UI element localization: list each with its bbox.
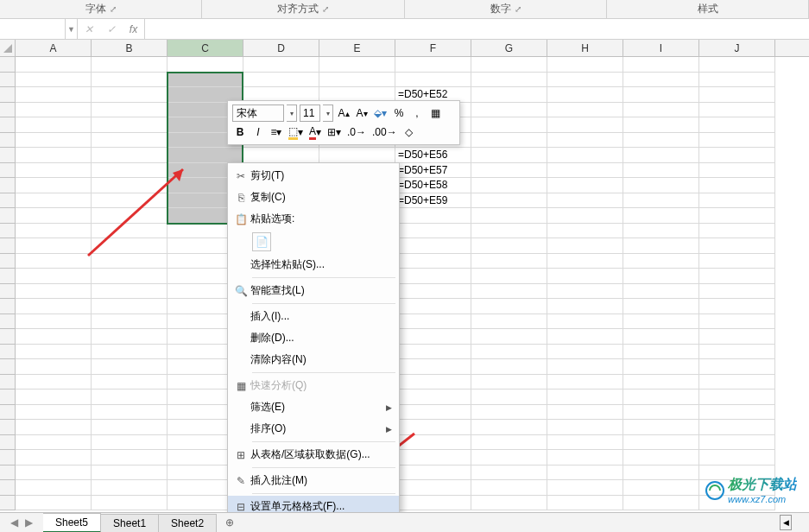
col-header-e[interactable]: E [319, 40, 395, 56]
cell[interactable] [16, 238, 92, 254]
cell[interactable] [623, 193, 699, 209]
clear-format-icon[interactable]: ◇ [401, 124, 417, 141]
row-header[interactable] [0, 87, 16, 103]
cell[interactable] [92, 314, 167, 330]
row-header[interactable] [0, 178, 16, 193]
cell[interactable] [623, 405, 699, 421]
cell[interactable] [92, 375, 167, 390]
row-header[interactable] [0, 238, 16, 254]
cell[interactable] [395, 299, 471, 314]
comma-style-icon[interactable]: , [409, 104, 425, 122]
col-header-j[interactable]: J [699, 40, 775, 56]
row-header[interactable] [0, 103, 16, 118]
cell[interactable] [623, 254, 699, 269]
row-header[interactable] [0, 450, 16, 466]
cell[interactable] [547, 466, 623, 481]
cell[interactable] [623, 57, 699, 73]
cell[interactable] [167, 73, 243, 88]
cell[interactable] [547, 178, 623, 193]
cell[interactable] [395, 329, 471, 345]
font-size-dropdown-icon[interactable]: ▾ [323, 104, 333, 122]
cell[interactable] [699, 193, 775, 209]
dialog-launcher-icon[interactable]: ⤢ [322, 4, 329, 14]
cell[interactable] [395, 450, 471, 466]
cell[interactable] [16, 178, 92, 193]
cell[interactable] [167, 148, 243, 163]
menu-copy[interactable]: ⎘ 复制(C) [228, 187, 399, 208]
decrease-font-icon[interactable]: A▾ [354, 104, 370, 122]
cell[interactable] [471, 329, 547, 345]
cell[interactable] [547, 87, 623, 103]
cell[interactable] [92, 133, 167, 149]
cell[interactable] [547, 57, 623, 73]
cell[interactable] [547, 224, 623, 239]
cell[interactable] [92, 148, 167, 163]
cell[interactable] [395, 496, 471, 511]
cell[interactable] [92, 466, 167, 481]
col-header-f[interactable]: F [395, 40, 471, 56]
cell[interactable] [699, 133, 775, 149]
cell[interactable] [699, 420, 775, 435]
cell[interactable] [92, 284, 167, 300]
menu-smart-lookup[interactable]: 🔍 智能查找(L) [228, 280, 399, 301]
scroll-marker-icon[interactable]: ◀ [780, 515, 792, 530]
col-header-h[interactable]: H [547, 40, 623, 56]
cell[interactable] [471, 163, 547, 179]
cell[interactable] [92, 224, 167, 239]
cell[interactable] [623, 238, 699, 254]
cell[interactable] [16, 133, 92, 149]
cell[interactable] [699, 299, 775, 314]
cell[interactable] [547, 133, 623, 149]
row-header[interactable] [0, 148, 16, 163]
cell[interactable] [547, 103, 623, 118]
percent-icon[interactable]: % [391, 104, 407, 122]
cell[interactable] [547, 450, 623, 466]
cell[interactable] [92, 480, 167, 496]
cell[interactable] [623, 87, 699, 103]
cell[interactable] [623, 375, 699, 390]
cell[interactable] [699, 450, 775, 466]
cell[interactable] [547, 390, 623, 405]
cell[interactable] [623, 178, 699, 193]
cell[interactable] [547, 238, 623, 254]
cell[interactable] [92, 254, 167, 269]
cell[interactable] [471, 178, 547, 193]
cell[interactable] [471, 375, 547, 390]
accounting-format-icon[interactable]: ⬙▾ [372, 104, 389, 122]
row-header[interactable] [0, 254, 16, 269]
cell[interactable] [471, 103, 547, 118]
menu-sort[interactable]: 排序(O) ▶ [228, 418, 399, 440]
cell[interactable] [471, 314, 547, 330]
cell[interactable] [623, 359, 699, 375]
cell[interactable] [623, 148, 699, 163]
col-header-i[interactable]: I [623, 40, 699, 56]
cell[interactable] [471, 435, 547, 451]
cell[interactable] [547, 193, 623, 209]
col-header-g[interactable]: G [471, 40, 547, 56]
cell[interactable] [319, 148, 395, 163]
cell[interactable] [699, 284, 775, 300]
cell[interactable] [16, 284, 92, 300]
cell[interactable] [92, 269, 167, 284]
menu-insert[interactable]: 插入(I)... [228, 306, 399, 327]
row-header[interactable] [0, 420, 16, 435]
menu-delete[interactable]: 删除(D)... [228, 327, 399, 349]
add-sheet-button[interactable]: ⊕ [217, 516, 243, 529]
cell[interactable] [699, 224, 775, 239]
sheet-prev-icon[interactable]: ◀ [10, 516, 18, 529]
cell[interactable] [16, 299, 92, 314]
cell[interactable] [699, 359, 775, 375]
cell[interactable] [471, 87, 547, 103]
cell[interactable] [16, 193, 92, 209]
cell[interactable] [547, 314, 623, 330]
cell[interactable] [547, 269, 623, 284]
cell[interactable] [547, 345, 623, 360]
cell[interactable] [471, 480, 547, 496]
borders-icon[interactable]: ⊞▾ [325, 124, 343, 141]
cell[interactable] [623, 390, 699, 405]
format-painter-icon[interactable]: ▦ [427, 104, 443, 122]
font-name-dropdown-icon[interactable]: ▾ [287, 104, 297, 122]
cell[interactable] [547, 254, 623, 269]
cell[interactable] [92, 420, 167, 435]
paste-option-default[interactable]: 📄 [252, 232, 271, 251]
